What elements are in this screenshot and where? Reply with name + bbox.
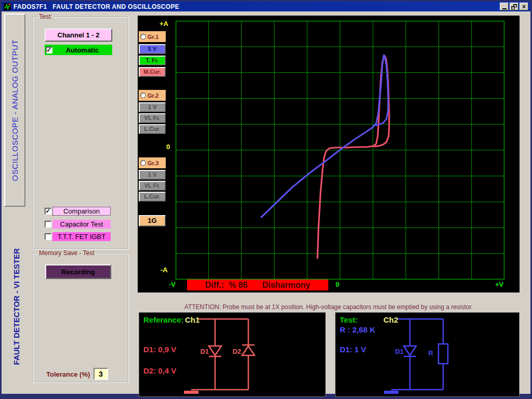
axis-label-zero-x: 0 bbox=[336, 281, 339, 288]
ref-d2-value: D2: 0,4 V bbox=[143, 366, 176, 375]
ref-d2-designator: D2 bbox=[232, 348, 241, 355]
axis-label-zero-y: 0 bbox=[166, 143, 170, 151]
automatic-checkbox[interactable]: ✓ bbox=[46, 47, 52, 54]
ttt-fet-igbt-label: T.T.T. FET IGBT bbox=[52, 232, 111, 241]
axis-label-minus-v: -V bbox=[169, 281, 176, 288]
memory-save-caption: Memory Save - Test bbox=[37, 249, 96, 257]
gr3-current-button[interactable]: L.Cur. bbox=[139, 192, 166, 202]
test-groupbox: Test: Channel 1 - 2 ✓ Automatic ✓ Compar… bbox=[32, 17, 129, 249]
gain-1g-button[interactable]: 1G bbox=[139, 215, 166, 227]
axis-label-plus-a: +A bbox=[159, 20, 168, 28]
automatic-row[interactable]: ✓ Automatic bbox=[45, 45, 112, 55]
tolerance-input[interactable] bbox=[94, 368, 108, 380]
comparison-checkbox[interactable]: ✓ bbox=[45, 208, 51, 215]
gr2-freq-button[interactable]: VL Fr. bbox=[139, 113, 166, 123]
gr1-label: Gr.1 bbox=[148, 34, 158, 40]
tab-fault-detector-vi-tester[interactable]: FAULT DETECTOR - VI TESTER bbox=[7, 223, 25, 390]
gr1-volt-button[interactable]: 5 V bbox=[139, 44, 166, 54]
close-button[interactable]: × bbox=[520, 3, 528, 10]
test-r-value: R : 2,68 K bbox=[340, 325, 375, 334]
minimize-button[interactable] bbox=[500, 3, 509, 10]
reference-circuit-panel: D1 D2 Referance: Ch1 D1: 0,9 V D2: 0,4 V bbox=[139, 312, 326, 397]
recording-button[interactable]: Recording bbox=[45, 264, 111, 279]
scope-grid bbox=[176, 21, 504, 280]
test-d1-value: D1: 1 V bbox=[340, 345, 366, 354]
harmony-status: Disharmony bbox=[262, 281, 310, 290]
reference-title: Referance: bbox=[143, 315, 184, 324]
axis-label-minus-a: -A bbox=[161, 266, 168, 274]
tab-oscilloscope-analog-output[interactable]: OSCILLOSCOPE - ANALOG OUTPUT bbox=[4, 14, 25, 207]
app-icon bbox=[4, 3, 11, 10]
gr3-volt-button[interactable]: 1 V bbox=[139, 170, 166, 180]
window-title: FADOS7F1 FAULT DETECTOR AND OSCILLOSCOPE bbox=[14, 3, 179, 10]
capacitor-test-label: Capacitor Test bbox=[52, 220, 111, 229]
gr2-group[interactable]: Gr.2 bbox=[139, 90, 166, 101]
gr3-freq-button[interactable]: VL Fr. bbox=[139, 181, 166, 191]
test-ch2-curve bbox=[261, 55, 388, 217]
gr3-group[interactable]: Gr.3 bbox=[139, 157, 166, 168]
ttt-fet-igbt-checkbox[interactable] bbox=[45, 233, 51, 240]
gr2-radio[interactable] bbox=[140, 92, 146, 98]
gr1-group[interactable]: Gr.1 bbox=[139, 31, 166, 42]
gr2-volt-button[interactable]: 1 V bbox=[139, 102, 166, 112]
memory-save-groupbox: Memory Save - Test Recording Tolerance (… bbox=[32, 253, 129, 383]
gr1-current-button[interactable]: M.Cur. bbox=[139, 67, 166, 77]
difference-status-banner: Diff.: % 86 Disharmony bbox=[187, 280, 328, 290]
oscilloscope-panel: Gr.1 5 V T. Fr. M.Cur. Gr.2 1 V VL Fr. L… bbox=[138, 16, 520, 292]
comparison-row[interactable]: ✓ Comparison bbox=[45, 207, 111, 216]
minimize-icon bbox=[502, 8, 507, 9]
tab-oscilloscope-label: OSCILLOSCOPE - ANALOG OUTPUT bbox=[10, 39, 19, 181]
automatic-label: Automatic bbox=[52, 46, 112, 54]
attention-note: ATTENTION: Probe must be at 1X position.… bbox=[138, 303, 520, 311]
restore-button[interactable] bbox=[510, 3, 518, 10]
titlebar: FADOS7F1 FAULT DETECTOR AND OSCILLOSCOPE… bbox=[2, 2, 530, 11]
test-channel: Ch2 bbox=[383, 315, 398, 324]
ref-d1-value: D1: 0,9 V bbox=[143, 345, 176, 354]
tab-fault-detector-label: FAULT DETECTOR - VI TESTER bbox=[12, 248, 21, 365]
gr3-label: Gr.3 bbox=[148, 160, 158, 166]
test-d1-designator: D1 bbox=[395, 348, 404, 355]
ttt-fet-igbt-row[interactable]: T.T.T. FET IGBT bbox=[45, 232, 111, 241]
ref-d1-designator: D1 bbox=[200, 348, 209, 355]
comparison-label: Comparison bbox=[52, 207, 111, 216]
gr3-radio[interactable] bbox=[140, 160, 146, 166]
app-window: FADOS7F1 FAULT DETECTOR AND OSCILLOSCOPE… bbox=[0, 0, 532, 399]
axis-label-plus-v: +V bbox=[495, 281, 503, 288]
capacitor-test-checkbox[interactable] bbox=[45, 221, 51, 228]
gr1-radio[interactable] bbox=[140, 34, 146, 39]
gr2-current-button[interactable]: L.Cur. bbox=[139, 124, 166, 134]
gr1-freq-button[interactable]: T. Fr. bbox=[139, 56, 166, 65]
test-circuit-panel: D1 R Test: Ch2 R : 2,68 K D1: 1 V bbox=[335, 312, 520, 397]
tolerance-label: Tolerance (%) bbox=[46, 370, 90, 378]
gr2-label: Gr.2 bbox=[148, 92, 158, 99]
test-r-designator: R bbox=[429, 349, 434, 357]
test-groupbox-caption: Test: bbox=[37, 13, 54, 20]
capacitor-test-row[interactable]: Capacitor Test bbox=[45, 220, 111, 229]
restore-icon bbox=[511, 4, 517, 9]
reference-channel: Ch1 bbox=[185, 315, 200, 324]
channel-1-2-button[interactable]: Channel 1 - 2 bbox=[45, 29, 112, 42]
reference-circuit-drawing: D1 D2 bbox=[139, 313, 326, 397]
client-area: OSCILLOSCOPE - ANALOG OUTPUT FAULT DETEC… bbox=[2, 11, 530, 394]
test-title: Test: bbox=[340, 315, 358, 324]
difference-value: Diff.: % 86 bbox=[205, 281, 248, 290]
